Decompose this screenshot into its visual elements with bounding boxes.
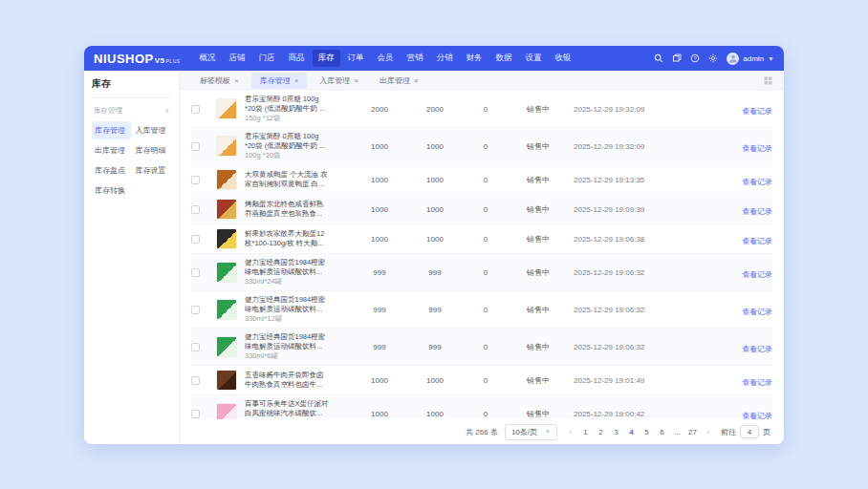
stock-value: 1000 (352, 142, 407, 151)
row-checkbox[interactable] (191, 268, 200, 277)
help-icon[interactable]: ? (690, 53, 700, 63)
tab-close-icon[interactable]: × (234, 76, 239, 85)
prev-page-button[interactable]: ‹ (564, 426, 576, 438)
row-checkbox[interactable] (191, 376, 200, 385)
page-size-select[interactable]: 10条/页 ▼ (505, 424, 557, 440)
sidebar-item[interactable]: 入库管理 (133, 121, 172, 139)
status-text: 销售中 (509, 141, 568, 152)
view-record-link[interactable]: 查看记录 (742, 345, 772, 353)
tab[interactable]: 出库管理× (371, 73, 427, 89)
product-image (216, 169, 237, 190)
table-row: 健力宝经典国货1984橙蜜味电解质运动碳酸饮料...330ml*24罐 999 … (191, 254, 772, 291)
row-checkbox[interactable] (191, 306, 200, 314)
svg-text:?: ? (694, 55, 697, 61)
page-number-2[interactable]: 2 (595, 426, 607, 438)
goto-page-input[interactable] (740, 425, 759, 438)
page-number-6[interactable]: 6 (656, 426, 668, 438)
nav-item-9[interactable]: 分销 (431, 50, 459, 67)
table-row: 大双黄咸鸭蛋 个大流油 农家自制腌制双黄鸭蛋 白... 1000 1000 0 … (191, 165, 772, 195)
tab[interactable]: 标签模板× (191, 73, 248, 89)
product-image (216, 403, 237, 419)
tab-close-icon[interactable]: × (414, 76, 419, 85)
nav-item-7[interactable]: 会员 (372, 50, 400, 67)
next-page-button[interactable]: › (702, 426, 714, 438)
row-checkbox[interactable] (191, 176, 200, 184)
nav-item-3[interactable]: 门店 (253, 50, 281, 67)
update-time: 2025-12-29 19:00:42 (568, 410, 687, 418)
goto-label: 前往 (721, 427, 736, 437)
row-checkbox[interactable] (191, 205, 200, 214)
view-record-link[interactable]: 查看记录 (742, 178, 772, 186)
tabs-bar: 标签模板×库存管理×入库管理×出库管理× (180, 71, 784, 91)
page-number-1[interactable]: 1 (579, 426, 592, 438)
page-number-4[interactable]: 4 (625, 426, 638, 438)
row-checkbox[interactable] (191, 105, 200, 114)
product-name: 健力宝经典国货1984橙蜜味电解质运动碳酸饮料...330ml*12罐 (245, 295, 352, 324)
nav-item-1[interactable]: 概况 (194, 50, 222, 67)
page-number-27[interactable]: 27 (686, 426, 699, 438)
status-text: 销售中 (509, 267, 568, 278)
product-name: 百事可乐美年达X蛋仔派对白凤蜜桃味汽水碳酸饮...桃味 330ml*24听 (245, 399, 352, 419)
fullscreen-icon[interactable] (672, 53, 682, 63)
search-icon[interactable] (654, 53, 663, 63)
view-record-link[interactable]: 查看记录 (742, 308, 772, 316)
locked-stock-value: 0 (463, 235, 509, 244)
nav-item-8[interactable]: 营销 (401, 50, 429, 67)
locked-stock-value: 0 (463, 105, 509, 114)
settings-gear-icon[interactable] (708, 53, 718, 63)
view-record-link[interactable]: 查看记录 (742, 207, 772, 216)
nav-item-11[interactable]: 数据 (490, 50, 518, 67)
open-tabs: 标签模板×库存管理×入库管理×出库管理× (191, 73, 427, 89)
page-number-5[interactable]: 5 (640, 426, 653, 438)
tab-close-icon[interactable]: × (294, 76, 299, 85)
locked-stock-value: 0 (463, 268, 509, 277)
page-number-3[interactable]: 3 (610, 426, 622, 438)
view-record-link[interactable]: 查看记录 (742, 237, 772, 245)
view-record-link[interactable]: 查看记录 (742, 144, 772, 153)
page-ellipsis[interactable]: ... (671, 426, 684, 438)
stock-value: 1000 (352, 205, 407, 214)
row-checkbox[interactable] (191, 343, 200, 351)
sidebar-item[interactable]: 库存管理 (92, 121, 131, 139)
row-checkbox[interactable] (191, 235, 200, 244)
view-record-link[interactable]: 查看记录 (742, 412, 772, 419)
stock-value: 999 (352, 268, 407, 277)
sidebar-item[interactable]: 库存明细 (133, 141, 172, 159)
sidebar-group-label: 库存管理 (94, 106, 122, 116)
locked-stock-value: 0 (463, 306, 509, 314)
nav-item-4[interactable]: 商品 (283, 50, 311, 67)
nav-item-5[interactable]: 库存 (313, 50, 340, 67)
sidebar-item[interactable]: 库存转换 (92, 181, 131, 200)
locked-stock-value: 0 (463, 410, 509, 418)
logo-text: NIUSHOP (94, 52, 154, 66)
nav-item-12[interactable]: 设置 (520, 50, 548, 67)
row-checkbox[interactable] (191, 142, 200, 151)
locked-stock-value: 0 (463, 376, 509, 385)
sidebar-item[interactable]: 库存盘点 (92, 161, 131, 180)
status-text: 销售中 (509, 104, 568, 115)
app-window: NIUSHOPV5PLUS 概况店铺门店商品库存订单会员营销分销财务数据设置收银… (84, 46, 784, 444)
sidebar-item[interactable]: 库存设置 (133, 161, 172, 180)
view-record-link[interactable]: 查看记录 (742, 270, 772, 279)
page-size-value: 10条/页 (511, 427, 537, 437)
tab-label: 出库管理 (380, 75, 410, 86)
product-image (216, 136, 237, 157)
goto-suffix: 页 (763, 427, 770, 437)
goto-page: 前往 页 (721, 425, 770, 438)
user-menu[interactable]: admin ▼ (727, 53, 774, 65)
tab[interactable]: 入库管理× (311, 73, 367, 89)
tab-options-icon[interactable] (764, 76, 772, 85)
sidebar-item[interactable]: 出库管理 (92, 141, 131, 159)
view-record-link[interactable]: 查看记录 (742, 107, 772, 116)
nav-item-10[interactable]: 财务 (461, 50, 488, 67)
select-chevron-icon: ▼ (545, 429, 551, 435)
tab-close-icon[interactable]: × (354, 76, 358, 85)
view-record-link[interactable]: 查看记录 (742, 378, 772, 387)
row-checkbox[interactable] (191, 410, 200, 418)
sidebar-group-header[interactable]: 库存管理 ∧ (94, 106, 169, 116)
nav-item-2[interactable]: 店铺 (224, 50, 251, 67)
tab[interactable]: 库存管理× (251, 73, 308, 89)
main-menu: 概况店铺门店商品库存订单会员营销分销财务数据设置收银 (194, 50, 577, 67)
nav-item-13[interactable]: 收银 (550, 50, 577, 67)
nav-item-6[interactable]: 订单 (342, 50, 370, 67)
